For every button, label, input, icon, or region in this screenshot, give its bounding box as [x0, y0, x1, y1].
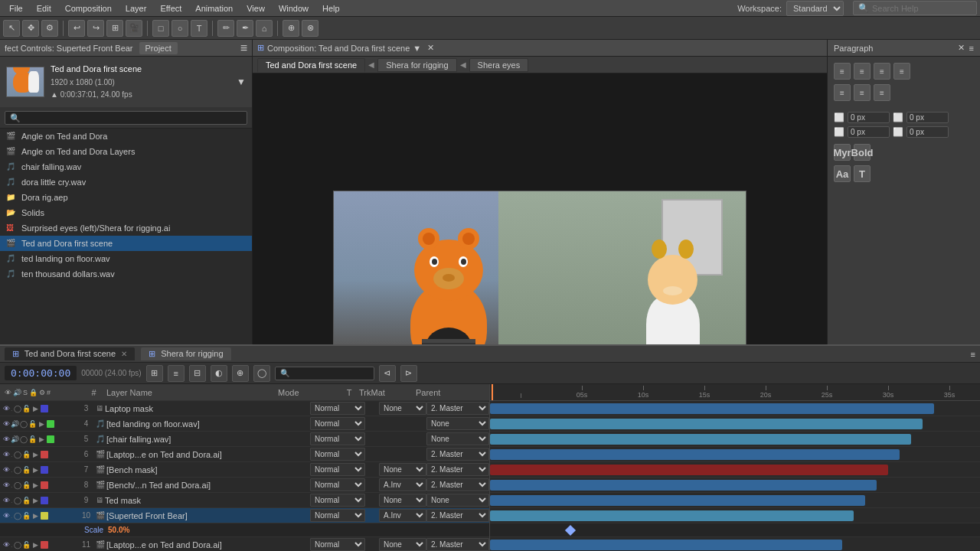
- layer-row[interactable]: 👁 . ◯ 🔓 ▶ 6 🎬 [Laptop...e on Ted and Dor…: [0, 447, 489, 462]
- eye-toggle[interactable]: 👁: [3, 420, 10, 428]
- lock-toggle[interactable]: 🔓: [22, 497, 31, 504]
- track-bar[interactable]: [490, 465, 888, 475]
- solo-toggle[interactable]: ◯: [20, 435, 28, 443]
- bold-btn[interactable]: Bold: [854, 144, 871, 161]
- eye-toggle[interactable]: 👁: [3, 481, 10, 489]
- layer-expand[interactable]: ▶: [31, 451, 40, 458]
- tool-brush[interactable]: ✒: [237, 20, 253, 37]
- layer-parent-select[interactable]: None: [426, 432, 489, 445]
- tool-pen[interactable]: ✏: [217, 20, 234, 37]
- tl-3d-btn[interactable]: ⊕: [232, 365, 249, 382]
- layer-parent-select[interactable]: None: [426, 494, 489, 507]
- comp-tab-ted[interactable]: Ted and Dora first scene: [257, 58, 365, 72]
- myriad-font-btn[interactable]: Myr: [834, 144, 851, 161]
- project-search-input[interactable]: [5, 111, 247, 125]
- right-panel-settings[interactable]: ≡: [969, 44, 974, 53]
- search-input[interactable]: [872, 4, 972, 13]
- text-transform-btn[interactable]: T: [854, 165, 871, 182]
- tool-text[interactable]: T: [191, 20, 207, 37]
- layer-expand[interactable]: ▶: [31, 497, 40, 504]
- tl-search-input[interactable]: [292, 369, 369, 378]
- project-file-item[interactable]: 📁Dora rig.aep: [0, 190, 252, 205]
- keyframe-diamond[interactable]: [565, 525, 576, 536]
- track-bar[interactable]: [490, 434, 911, 445]
- menu-layer[interactable]: Layer: [119, 2, 153, 15]
- lock-toggle[interactable]: 🔓: [22, 405, 31, 412]
- layer-row[interactable]: 👁 🔊 ◯ 🔓 ▶ 5 🎵 [chair falling.wav] Normal…: [0, 432, 489, 447]
- solo-toggle[interactable]: ◯: [14, 541, 21, 549]
- all-caps-btn[interactable]: Aa: [834, 165, 851, 182]
- eye-toggle[interactable]: 👁: [3, 451, 10, 458]
- track-bar[interactable]: [490, 510, 854, 521]
- eye-toggle[interactable]: 👁: [3, 466, 10, 474]
- tool-camera[interactable]: 🎥: [126, 20, 142, 37]
- layer-mode-select[interactable]: Normal: [310, 538, 365, 551]
- layer-expand[interactable]: ▶: [31, 405, 40, 412]
- tl-solo-btn[interactable]: ◯: [253, 365, 270, 382]
- track-bar[interactable]: [490, 495, 865, 506]
- layer-trkmat-select[interactable]: A.Inv: [379, 478, 426, 491]
- scale-value[interactable]: 50.0%: [108, 526, 129, 534]
- menu-composition[interactable]: Composition: [59, 2, 118, 15]
- project-file-item[interactable]: 🎵dora little cry.wav: [0, 174, 252, 190]
- indent-left-input[interactable]: [848, 112, 890, 123]
- layer-mode-select[interactable]: Normal: [310, 494, 365, 507]
- layer-expand[interactable]: ▶: [38, 435, 46, 443]
- tool-shape[interactable]: ⊗: [302, 20, 318, 37]
- indent-right-input[interactable]: [906, 112, 949, 123]
- layer-mode-select[interactable]: Normal: [310, 509, 365, 522]
- layer-expand[interactable]: ▶: [31, 481, 40, 489]
- tool-select[interactable]: ↖: [3, 20, 20, 37]
- layer-row[interactable]: 👁 . ◯ 🔓 ▶ 10 🎬 [Superted Front Bear] Nor…: [0, 508, 489, 523]
- layer-trkmat-select[interactable]: None: [379, 402, 426, 415]
- tl-draft-btn[interactable]: ⊟: [189, 365, 206, 382]
- track-bar[interactable]: [490, 540, 842, 550]
- layer-mode-select[interactable]: Normal: [310, 478, 365, 491]
- menu-file[interactable]: File: [3, 2, 29, 15]
- lock-toggle[interactable]: 🔓: [28, 420, 37, 428]
- menu-view[interactable]: View: [240, 2, 271, 15]
- comp-header-close[interactable]: ✕: [427, 43, 434, 53]
- solo-toggle[interactable]: ◯: [14, 481, 21, 489]
- layer-mode-select[interactable]: Normal: [310, 402, 365, 415]
- space-before-input[interactable]: [848, 126, 890, 138]
- right-panel-menu[interactable]: ✕: [958, 43, 965, 53]
- tool-undo[interactable]: ↩: [68, 20, 85, 37]
- eye-toggle[interactable]: 👁: [3, 405, 10, 412]
- comp-tab-eyes[interactable]: Shera eyes: [469, 58, 529, 72]
- align-center-btn[interactable]: ≡: [854, 63, 871, 80]
- layer-mode-select[interactable]: Normal: [310, 417, 365, 430]
- menu-window[interactable]: Window: [273, 2, 315, 15]
- tool-move[interactable]: ✥: [22, 20, 39, 37]
- project-file-item[interactable]: 🎵ten thousand dollars.wav: [0, 266, 252, 282]
- layer-row[interactable]: 👁 . ◯ 🔓 ▶ 7 🎬 [Bench mask] Normal None 2…: [0, 462, 489, 478]
- project-file-item[interactable]: 📂Solids: [0, 205, 252, 220]
- tool-puppet[interactable]: ⊕: [283, 20, 299, 37]
- menu-help[interactable]: Help: [316, 2, 346, 15]
- menu-animation[interactable]: Animation: [189, 2, 239, 15]
- eye-toggle[interactable]: 👁: [3, 541, 10, 549]
- tool-zoom-toolbar[interactable]: ⚙: [41, 20, 58, 37]
- solo-toggle[interactable]: ◯: [14, 466, 21, 474]
- solo-toggle[interactable]: ◯: [14, 405, 21, 412]
- track-bar[interactable]: [490, 419, 923, 429]
- panel-menu-icon[interactable]: ≡: [240, 41, 247, 55]
- align-last-right-btn[interactable]: ≡: [874, 84, 890, 101]
- project-file-item[interactable]: 🎬Angle on Ted and Dora Layers: [0, 144, 252, 159]
- layer-mode-select[interactable]: Normal: [310, 448, 365, 461]
- lock-toggle[interactable]: 🔓: [22, 481, 31, 489]
- layer-expand[interactable]: ▶: [31, 466, 40, 474]
- project-tab[interactable]: Project: [139, 42, 178, 54]
- layer-mode-select[interactable]: Normal: [310, 432, 365, 445]
- comp-tab-shera[interactable]: Shera for rigging: [377, 58, 456, 72]
- align-left-btn[interactable]: ≡: [834, 63, 851, 80]
- menu-edit[interactable]: Edit: [31, 2, 57, 15]
- audio-toggle[interactable]: 🔊: [11, 435, 19, 443]
- layer-trkmat-select[interactable]: A.Inv: [379, 509, 426, 522]
- layer-parent-select[interactable]: 2. Master: [426, 448, 489, 461]
- project-file-item[interactable]: 🖼Surprised eyes (left)/Shera for rigging…: [0, 220, 252, 236]
- eye-toggle[interactable]: 👁: [3, 497, 10, 504]
- tl-tab-ted-close[interactable]: ✕: [121, 350, 127, 358]
- tl-keyframe-nav-back[interactable]: ⊲: [379, 365, 396, 382]
- align-justify-btn[interactable]: ≡: [893, 63, 910, 80]
